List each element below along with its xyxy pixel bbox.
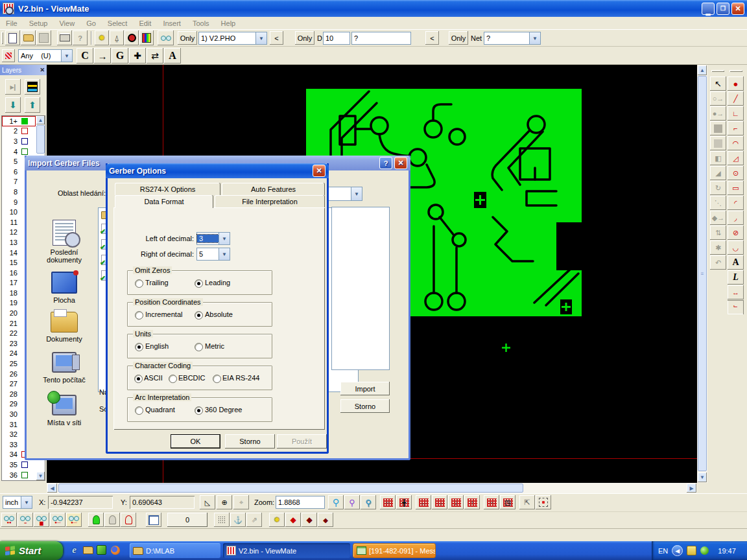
print-button[interactable]: [57, 30, 72, 45]
select-cursor-button[interactable]: ↖: [710, 76, 726, 91]
dot-grid-button[interactable]: [214, 513, 230, 527]
open-file-button[interactable]: [21, 30, 36, 45]
tab-auto-features[interactable]: Auto Features: [222, 183, 325, 195]
draw-circle-button[interactable]: ⊙: [728, 166, 744, 180]
spiral-locate-button[interactable]: ⌖: [233, 495, 249, 509]
menu-edit[interactable]: Edit: [133, 19, 157, 27]
only-dcode-button[interactable]: Only: [295, 31, 314, 45]
chevron-down-icon[interactable]: ▼: [255, 32, 267, 44]
draw-arc-angle-button[interactable]: ◠: [728, 136, 744, 150]
anchor-button[interactable]: ⚓: [230, 513, 246, 527]
zoom-window-button[interactable]: ⚲: [361, 495, 376, 509]
chevron-down-icon[interactable]: ▼: [219, 233, 230, 244]
pan-down-button[interactable]: ↓: [448, 495, 464, 509]
import-button[interactable]: Import: [340, 382, 390, 395]
draw-ellipse-arc-button[interactable]: ⊘: [728, 226, 744, 240]
vertical-scrollbar[interactable]: ▲ ≡ ▼: [697, 65, 707, 483]
view-lines-button[interactable]: ＝: [18, 513, 33, 527]
layers-scroll-down[interactable]: ▼: [36, 472, 45, 480]
tab-file-interpretation[interactable]: File Interpretation: [215, 195, 325, 207]
zoom-input[interactable]: 1.8868: [276, 496, 325, 509]
folder-shortcut-icon[interactable]: [82, 544, 93, 555]
insert-label-button[interactable]: L: [728, 270, 744, 285]
scroll-left-button[interactable]: ◀: [47, 484, 57, 493]
align-button[interactable]: ⇅: [710, 226, 726, 240]
pan-up-button[interactable]: ↑: [464, 495, 480, 509]
menu-setup[interactable]: Setup: [23, 19, 54, 27]
layer-color-swatch[interactable]: [21, 472, 28, 478]
view-all-button[interactable]: ●●: [1, 513, 17, 527]
settings-gear-button[interactable]: ✱: [710, 240, 726, 255]
move-layer-down-button[interactable]: ⬇: [5, 97, 21, 113]
deg360-radio[interactable]: [195, 406, 203, 415]
layer-color-swatch[interactable]: [21, 461, 28, 468]
message-tray-icon[interactable]: [687, 546, 696, 555]
draw-contour-button[interactable]: ⌐: [728, 300, 744, 314]
tab-data-format[interactable]: Data Format: [115, 195, 213, 208]
zoom-tool-button[interactable]: ⚲: [328, 495, 344, 509]
zoom-step-in-button[interactable]: ◳: [500, 495, 516, 509]
save-button[interactable]: [36, 30, 51, 45]
highlight-green-button[interactable]: [88, 513, 104, 527]
cancel-button[interactable]: Storno: [225, 434, 275, 449]
prev-layer-button[interactable]: <: [270, 31, 283, 45]
draw-rectangle-button[interactable]: ▭: [728, 181, 744, 195]
place-desktop[interactable]: Plocha: [33, 272, 95, 304]
draw-triangle-button[interactable]: ◿: [728, 151, 744, 165]
draw-curve-left-button[interactable]: ◜: [728, 196, 744, 210]
layers-scroll-up[interactable]: ▲: [36, 116, 45, 124]
only-net-button[interactable]: Only: [449, 31, 468, 45]
start-button[interactable]: Start: [0, 541, 63, 560]
move-element-button[interactable]: ◆→: [710, 211, 726, 225]
layer-row[interactable]: 1+: [2, 116, 36, 126]
flash-zoom-button[interactable]: ✹: [95, 30, 109, 45]
measure-angle-button[interactable]: ◺: [200, 495, 215, 509]
firefox-icon[interactable]: [110, 544, 121, 555]
layer-combo[interactable]: 1) V2.PHO ▼: [198, 32, 267, 45]
view-highlight-button[interactable]: ●—: [66, 513, 82, 527]
grid-value-field[interactable]: 0: [167, 513, 208, 527]
leading-radio[interactable]: [195, 279, 203, 288]
highlight-outline-button[interactable]: [121, 513, 136, 527]
scroll-right-button[interactable]: ▶: [687, 484, 696, 493]
layer-colors-button[interactable]: [139, 30, 154, 45]
draw-arc-button[interactable]: ◡: [728, 240, 744, 255]
selected-files-list[interactable]: [331, 207, 390, 370]
insert-dimension-button[interactable]: ↔: [728, 285, 744, 299]
language-indicator[interactable]: EN: [658, 547, 668, 555]
fill-solid-button[interactable]: [710, 121, 726, 135]
place-documents[interactable]: Dokumenty: [33, 312, 95, 343]
horizontal-scroll-thumb[interactable]: [58, 484, 523, 493]
crosshair-grid-button[interactable]: ╋: [396, 495, 412, 509]
select-type-combo[interactable]: Any (U) ▼: [18, 49, 73, 62]
draw-corner-button[interactable]: ∟: [728, 106, 744, 121]
shear-button[interactable]: ◢: [710, 166, 726, 180]
help-button[interactable]: ?: [379, 157, 392, 169]
quadrant-radio[interactable]: [135, 406, 143, 415]
move-point-button[interactable]: ○→: [710, 91, 726, 106]
collapse-panel-button[interactable]: ▸|: [5, 79, 21, 95]
draw-curve-right-button[interactable]: ◞: [728, 211, 744, 225]
net-combo[interactable]: ? ▼: [484, 32, 541, 45]
draw-bracket-button[interactable]: ⌐: [728, 121, 744, 135]
prev-dcode-button[interactable]: <: [425, 31, 439, 45]
select-pad-button[interactable]: ✚: [129, 48, 146, 64]
close-button[interactable]: ✕: [731, 3, 744, 15]
snap-path-button[interactable]: ⇗: [246, 513, 262, 527]
gerber-options-titlebar[interactable]: Gerber Options ✕: [106, 163, 329, 178]
undo-button[interactable]: ↶: [710, 255, 726, 270]
menu-select[interactable]: Select: [102, 19, 134, 27]
layer-color-swatch[interactable]: [21, 128, 28, 134]
place-recent-documents[interactable]: Poslední dokumenty: [33, 220, 95, 264]
dcode-query-input[interactable]: ?: [351, 32, 411, 45]
incremental-radio[interactable]: [135, 311, 143, 320]
close-icon[interactable]: ✕: [394, 157, 407, 169]
ebcdic-radio[interactable]: [169, 375, 177, 383]
layer-manager-button[interactable]: [25, 79, 40, 95]
quad-window-button[interactable]: [146, 513, 161, 527]
menu-view[interactable]: View: [53, 19, 80, 27]
layer-color-swatch[interactable]: [21, 118, 28, 124]
eia-rs244-radio[interactable]: [213, 375, 221, 383]
measure-glasses-button[interactable]: [158, 30, 174, 45]
apply-button[interactable]: Použít: [277, 434, 327, 449]
